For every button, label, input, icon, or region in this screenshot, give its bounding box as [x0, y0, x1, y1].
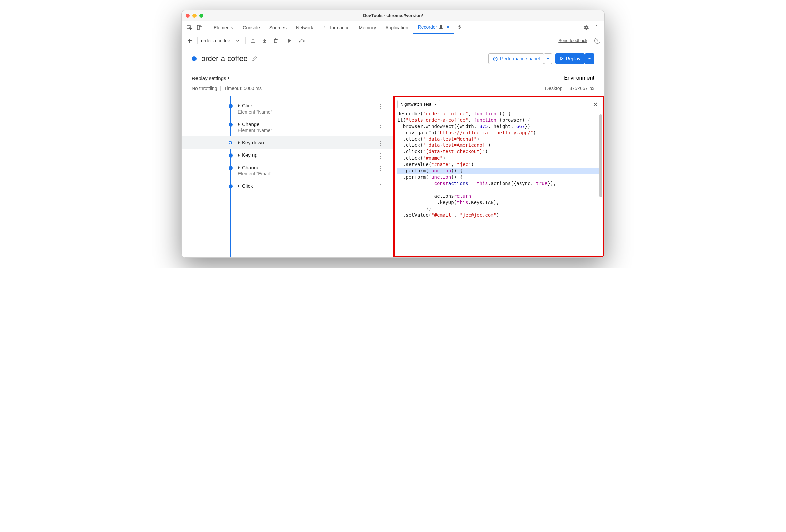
- inspect-icon[interactable]: [186, 24, 193, 31]
- send-feedback-link[interactable]: Send feedback: [558, 38, 587, 43]
- step-row[interactable]: Key down⋮: [182, 136, 393, 149]
- step-title: Click: [238, 103, 272, 109]
- replay-dropdown[interactable]: [585, 53, 594, 64]
- continue-icon[interactable]: [287, 37, 295, 45]
- env-size: 375×667 px: [569, 86, 594, 91]
- step-menu-icon[interactable]: ⋮: [377, 103, 383, 110]
- step-menu-icon[interactable]: ⋮: [377, 152, 383, 160]
- replay-settings-row: Replay settings Environment: [182, 70, 604, 84]
- step-marker-icon: [229, 122, 233, 126]
- step-menu-icon[interactable]: ⋮: [377, 183, 383, 190]
- import-icon[interactable]: [260, 37, 269, 45]
- recorder-toolbar: order-a-coffee Send feedback ?: [182, 34, 604, 47]
- kebab-menu-icon[interactable]: ⋮: [593, 24, 600, 31]
- recording-dropdown-icon[interactable]: [234, 37, 242, 45]
- code-scrollbar[interactable]: [599, 114, 602, 253]
- export-format-dropdown[interactable]: Nightwatch Test: [397, 100, 440, 109]
- step-title: Click: [238, 183, 253, 189]
- svg-point-5: [299, 41, 300, 42]
- titlebar: DevTools - chrome://version/: [182, 10, 604, 21]
- devtools-tabbar: ElementsConsoleSourcesNetworkPerformance…: [182, 21, 604, 34]
- tab-sources[interactable]: Sources: [265, 21, 291, 33]
- step-marker-icon: [229, 104, 233, 108]
- step-row[interactable]: ChangeElement "Email"⋮: [182, 161, 393, 180]
- close-code-panel-icon[interactable]: ✕: [591, 100, 600, 109]
- close-tab-icon[interactable]: ✕: [446, 24, 450, 29]
- settings-gear-icon[interactable]: [583, 24, 590, 31]
- more-tabs-icon[interactable]: [456, 24, 463, 31]
- step-subtitle: Element "Email": [238, 171, 271, 176]
- tab-elements[interactable]: Elements: [209, 21, 238, 33]
- device-toggle-icon[interactable]: [196, 24, 203, 31]
- performance-panel-dropdown[interactable]: [544, 53, 552, 64]
- tab-recorder[interactable]: Recorder✕: [413, 21, 455, 33]
- step-title: Key down: [238, 140, 264, 145]
- step-row[interactable]: ClickElement "Name"⋮: [182, 99, 393, 118]
- step-title: Key up: [238, 152, 258, 158]
- window-title: DevTools - chrome://version/: [182, 13, 604, 18]
- step-subtitle: Element "Name": [238, 128, 272, 133]
- add-recording-button[interactable]: [186, 37, 194, 45]
- tab-application[interactable]: Application: [380, 21, 413, 33]
- recording-status-dot: [192, 56, 196, 61]
- environment-label: Environment: [564, 75, 594, 81]
- svg-rect-3: [274, 40, 277, 43]
- step-marker-icon: [229, 154, 233, 158]
- edit-title-icon[interactable]: [252, 56, 258, 62]
- step-menu-icon[interactable]: ⋮: [377, 121, 383, 129]
- experiment-flask-icon: [439, 24, 443, 29]
- delete-icon[interactable]: [272, 37, 280, 45]
- main-content: ClickElement "Name"⋮ ChangeElement "Name…: [182, 96, 604, 257]
- export-icon[interactable]: [249, 37, 257, 45]
- replay-settings-toggle[interactable]: Replay settings: [192, 75, 230, 81]
- step-marker-icon: [229, 166, 233, 170]
- step-menu-icon[interactable]: ⋮: [377, 140, 383, 147]
- step-row[interactable]: Key up⋮: [182, 149, 393, 161]
- code-export-panel: Nightwatch Test ✕ describe("order-a-coff…: [393, 96, 604, 257]
- step-row[interactable]: ChangeElement "Name"⋮: [182, 118, 393, 136]
- step-menu-icon[interactable]: ⋮: [377, 165, 383, 172]
- step-icon[interactable]: [298, 37, 306, 45]
- tab-performance[interactable]: Performance: [318, 21, 354, 33]
- env-device: Desktop: [545, 86, 562, 91]
- step-title: Change: [238, 121, 272, 127]
- performance-panel-button[interactable]: Performance panel: [488, 53, 544, 64]
- timeout-value: Timeout: 5000 ms: [224, 86, 262, 91]
- replay-button[interactable]: Replay: [555, 53, 585, 64]
- tab-console[interactable]: Console: [238, 21, 264, 33]
- throttle-value: No throttling: [192, 86, 217, 91]
- step-marker-icon: [229, 184, 233, 188]
- tab-memory[interactable]: Memory: [354, 21, 381, 33]
- svg-rect-2: [199, 26, 202, 30]
- step-subtitle: Element "Name": [238, 109, 272, 115]
- step-row[interactable]: Click⋮: [182, 180, 393, 192]
- devtools-window: DevTools - chrome://version/ ElementsCon…: [181, 10, 605, 258]
- recording-name[interactable]: order-a-coffee: [201, 38, 230, 43]
- tab-network[interactable]: Network: [291, 21, 318, 33]
- help-icon[interactable]: ?: [594, 38, 600, 44]
- recording-header: order-a-coffee Performance panel Replay: [182, 47, 604, 70]
- code-view[interactable]: describe("order-a-coffee", function () {…: [397, 111, 600, 254]
- step-marker-icon: [229, 141, 232, 144]
- steps-pane: ClickElement "Name"⋮ ChangeElement "Name…: [182, 96, 393, 257]
- throttle-row: No throttling Timeout: 5000 ms Desktop 3…: [182, 84, 604, 96]
- svg-rect-4: [292, 39, 292, 43]
- recording-title: order-a-coffee: [201, 54, 248, 63]
- step-title: Change: [238, 165, 271, 170]
